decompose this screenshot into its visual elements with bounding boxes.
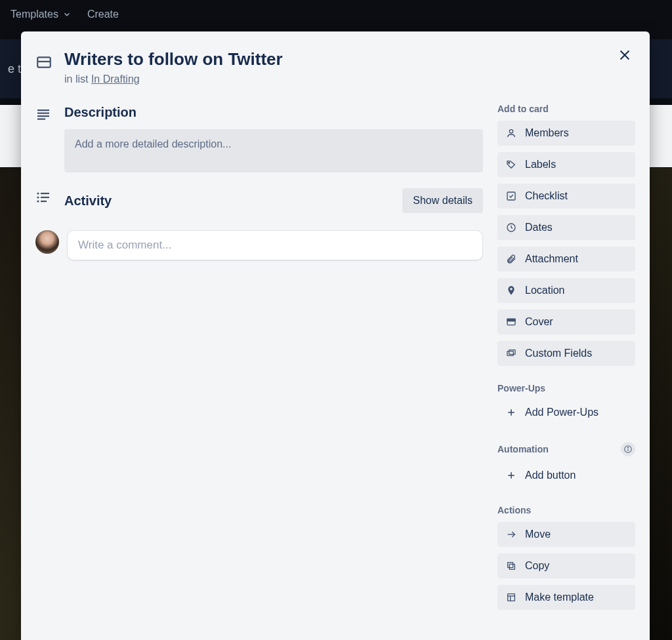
attachment-label: Attachment <box>525 253 578 265</box>
svg-rect-16 <box>507 192 515 200</box>
in-list-prefix: in list <box>64 73 91 85</box>
svg-point-14 <box>509 130 513 133</box>
description-input[interactable]: Add a more detailed description... <box>64 129 483 172</box>
checklist-label: Checklist <box>525 190 568 202</box>
dates-button[interactable]: Dates <box>497 215 635 240</box>
sidebar: Add to card Members Labels Checklist Dat… <box>497 43 635 640</box>
show-details-button[interactable]: Show details <box>402 188 483 213</box>
comment-placeholder: Write a comment... <box>78 239 171 251</box>
copy-button[interactable]: Copy <box>497 553 635 578</box>
location-label: Location <box>525 285 565 296</box>
plus-icon <box>506 470 516 481</box>
svg-point-10 <box>37 196 39 198</box>
add-power-ups-label: Add Power-Ups <box>525 407 598 418</box>
svg-rect-7 <box>37 119 45 120</box>
custom-fields-button[interactable]: Custom Fields <box>497 341 635 366</box>
automation-heading: Automation <box>497 444 549 454</box>
location-button[interactable]: Location <box>497 278 635 303</box>
attachment-button[interactable]: Attachment <box>497 247 635 271</box>
cover-button[interactable]: Cover <box>497 310 635 334</box>
close-icon <box>618 48 632 62</box>
copy-icon <box>506 561 516 571</box>
add-power-ups-button[interactable]: Add Power-Ups <box>497 400 635 425</box>
card-icon <box>35 54 52 71</box>
make-template-label: Make template <box>525 591 594 603</box>
copy-label: Copy <box>525 560 549 572</box>
arrow-right-icon <box>506 529 516 540</box>
add-button-button[interactable]: Add button <box>497 463 635 488</box>
plus-icon <box>506 407 516 418</box>
description-icon <box>35 106 51 122</box>
description-heading: Description <box>64 105 483 120</box>
svg-rect-30 <box>509 564 514 569</box>
topbar-create[interactable]: Create <box>87 9 119 20</box>
members-label: Members <box>525 127 569 139</box>
move-button[interactable]: Move <box>497 522 635 547</box>
svg-rect-19 <box>507 319 515 321</box>
card-title[interactable]: Writers to follow on Twitter <box>64 49 283 71</box>
close-button[interactable] <box>613 43 637 67</box>
svg-rect-4 <box>37 110 49 111</box>
svg-rect-32 <box>508 594 515 601</box>
svg-rect-6 <box>37 115 49 117</box>
topbar-templates[interactable]: Templates <box>10 9 72 20</box>
info-icon <box>623 445 633 454</box>
checklist-button[interactable]: Checklist <box>497 184 635 209</box>
activity-heading: Activity <box>64 193 112 209</box>
add-button-label: Add button <box>525 470 576 481</box>
template-icon <box>506 592 516 603</box>
svg-rect-31 <box>508 563 513 568</box>
labels-button[interactable]: Labels <box>497 152 635 177</box>
svg-rect-20 <box>507 351 513 356</box>
move-label: Move <box>525 529 551 540</box>
dates-label: Dates <box>525 222 553 233</box>
comment-input[interactable]: Write a comment... <box>67 230 483 260</box>
avatar[interactable] <box>35 230 59 254</box>
checklist-icon <box>506 191 516 201</box>
app-topbar: Templates Create <box>0 0 672 29</box>
make-template-button[interactable]: Make template <box>497 585 635 610</box>
svg-point-8 <box>37 192 39 194</box>
topbar-create-label: Create <box>87 9 119 20</box>
activity-icon <box>35 190 51 205</box>
svg-rect-9 <box>41 193 49 194</box>
power-ups-heading: Power-Ups <box>497 383 635 393</box>
list-link[interactable]: In Drafting <box>91 73 140 85</box>
svg-point-12 <box>37 200 39 202</box>
automation-info-button[interactable] <box>621 442 635 456</box>
chevron-down-icon <box>62 10 72 19</box>
card-modal: Writers to follow on Twitter in list In … <box>21 31 650 640</box>
dates-icon <box>506 222 516 233</box>
attachment-icon <box>506 254 516 264</box>
svg-rect-5 <box>37 113 49 114</box>
members-icon <box>506 128 516 138</box>
svg-rect-21 <box>509 350 515 355</box>
description-placeholder: Add a more detailed description... <box>75 138 231 150</box>
svg-point-15 <box>509 162 510 163</box>
cover-label: Cover <box>525 316 553 328</box>
topbar-templates-label: Templates <box>10 9 58 20</box>
actions-heading: Actions <box>497 505 635 515</box>
cover-icon <box>506 317 516 327</box>
location-icon <box>506 285 516 296</box>
custom-fields-label: Custom Fields <box>525 348 592 359</box>
custom-fields-icon <box>506 348 516 359</box>
svg-point-26 <box>627 447 628 448</box>
main-column: Writers to follow on Twitter in list In … <box>35 43 483 640</box>
add-to-card-heading: Add to card <box>497 104 635 114</box>
card-list-location: in list In Drafting <box>64 73 483 85</box>
svg-rect-11 <box>41 197 49 198</box>
labels-label: Labels <box>525 159 556 170</box>
labels-icon <box>506 159 516 170</box>
svg-rect-13 <box>41 201 47 202</box>
members-button[interactable]: Members <box>497 121 635 146</box>
